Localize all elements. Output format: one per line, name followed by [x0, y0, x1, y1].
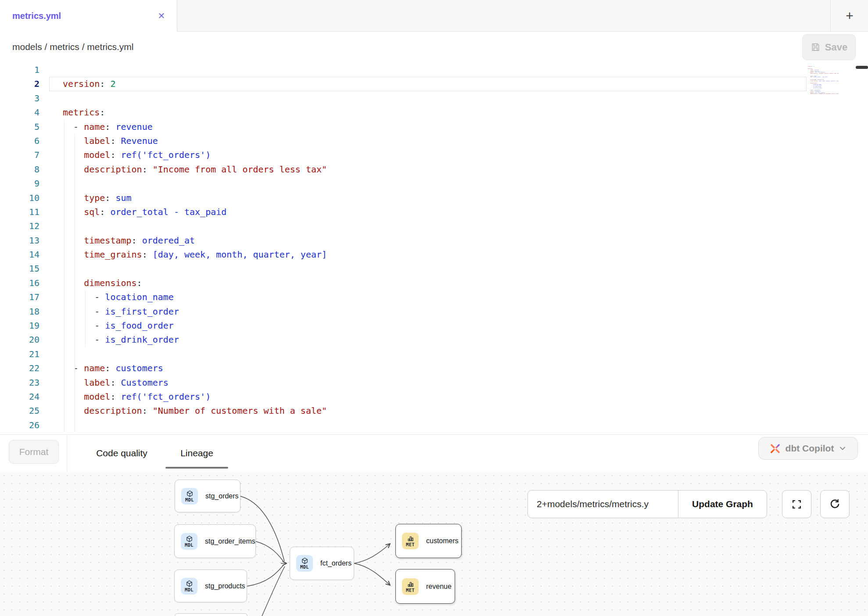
line-number: 22 — [0, 361, 39, 375]
node-label: stg_products — [205, 582, 245, 590]
node-stg-products[interactable]: MDL stg_products — [174, 569, 247, 602]
toolbar-divider — [67, 435, 67, 472]
line-number: 8 — [0, 162, 39, 176]
refresh-button[interactable] — [820, 490, 850, 518]
line-number: 15 — [0, 261, 39, 276]
tab-label: metrics.yml — [12, 11, 61, 21]
minimap[interactable]: version: 2metrics: - name: revenue label… — [808, 64, 839, 117]
code-line-24[interactable]: 24 model: ref('fct_orders') — [0, 390, 868, 404]
code-line-8[interactable]: 8 description: "Income from all orders l… — [0, 162, 868, 176]
code-line-19[interactable]: 19 - is_food_order — [0, 319, 868, 333]
line-number: 9 — [0, 176, 39, 190]
fullscreen-icon — [791, 499, 802, 510]
line-number: 14 — [0, 247, 39, 261]
scrollbar-handle[interactable] — [856, 66, 868, 69]
model-badge: MDL — [181, 488, 198, 505]
code-line-20[interactable]: 20 - is_drink_order — [0, 333, 868, 347]
node-label: stg_orders — [205, 492, 239, 500]
code-line-17[interactable]: 17 - location_name — [0, 290, 868, 304]
line-number: 2 — [0, 77, 39, 91]
code-line-16[interactable]: 16 dimensions: — [0, 276, 868, 290]
code-line-1[interactable]: 1 — [0, 63, 868, 77]
cube-icon — [186, 535, 193, 543]
code-line-26[interactable]: 26 — [0, 418, 868, 432]
code-line-3[interactable]: 3 — [0, 91, 868, 105]
code-line-13[interactable]: 13 timestamp: ordered_at — [0, 233, 868, 247]
refresh-icon — [829, 498, 841, 510]
node-label: fct_orders — [320, 559, 352, 567]
tab-lineage[interactable]: Lineage — [165, 435, 228, 472]
tab-code-quality[interactable]: Code quality — [90, 435, 154, 472]
line-number: 18 — [0, 304, 39, 319]
line-number: 1 — [0, 63, 39, 77]
code-line-7[interactable]: 7 model: ref('fct_orders') — [0, 148, 868, 162]
fullscreen-button[interactable] — [782, 490, 811, 518]
tab-bar: metrics.yml ✕ + — [0, 0, 868, 32]
save-label: Save — [825, 42, 847, 53]
lineage-canvas[interactable]: MDL stg_orders MDL stg_order_items MDL s… — [0, 472, 868, 616]
cube-icon — [186, 580, 193, 587]
code-line-22[interactable]: 22 - name: customers — [0, 361, 868, 375]
line-number: 12 — [0, 219, 39, 233]
node-customers[interactable]: MET customers — [395, 524, 462, 558]
save-icon — [811, 42, 821, 52]
line-number: 16 — [0, 276, 39, 290]
line-number: 10 — [0, 191, 39, 205]
line-number: 3 — [0, 91, 39, 105]
code-editor[interactable]: 12version: 234metrics:5 - name: revenue6… — [0, 63, 868, 434]
line-number: 7 — [0, 148, 39, 162]
line-number: 20 — [0, 333, 39, 347]
code-line-2[interactable]: 2version: 2 — [0, 77, 868, 91]
code-line-21[interactable]: 21 — [0, 347, 868, 361]
chevron-down-icon — [838, 444, 847, 453]
code-line-14[interactable]: 14 time_grains: [day, week, month, quart… — [0, 247, 868, 261]
line-number: 25 — [0, 404, 39, 418]
code-line-9[interactable]: 9 — [0, 176, 868, 190]
copilot-icon — [769, 443, 781, 455]
lineage-filter-input[interactable] — [528, 491, 678, 518]
lineage-controls: Update Graph — [527, 490, 767, 518]
line-number: 19 — [0, 319, 39, 333]
ide-window: metrics.yml ✕ + models / metrics / metri… — [0, 0, 868, 616]
update-graph-button[interactable]: Update Graph — [678, 491, 767, 518]
format-button[interactable]: Format — [9, 440, 59, 464]
code-line-5[interactable]: 5 - name: revenue — [0, 120, 868, 134]
line-number: 13 — [0, 233, 39, 247]
code-line-4[interactable]: 4metrics: — [0, 105, 868, 119]
code-line-11[interactable]: 11 sql: order_total - tax_paid — [0, 205, 868, 219]
line-number: 23 — [0, 376, 39, 390]
save-button[interactable]: Save — [802, 34, 856, 60]
line-number: 11 — [0, 205, 39, 219]
code-line-18[interactable]: 18 - is_first_order — [0, 304, 868, 319]
line-number: 4 — [0, 105, 39, 119]
bar-chart-icon — [407, 580, 414, 588]
node-fct-orders[interactable]: MDL fct_orders — [290, 547, 354, 580]
node-stg-orders[interactable]: MDL stg_orders — [175, 480, 240, 512]
metric-badge: MET — [402, 578, 419, 595]
code-line-23[interactable]: 23 label: Customers — [0, 376, 868, 390]
line-number: 26 — [0, 418, 39, 432]
metric-badge: MET — [402, 533, 419, 549]
partial-node[interactable] — [175, 613, 247, 616]
bar-chart-icon — [407, 535, 414, 542]
line-number: 5 — [0, 120, 39, 134]
model-badge: MDL — [296, 555, 313, 572]
code-line-25[interactable]: 25 description: "Number of customers wit… — [0, 404, 868, 418]
line-number: 17 — [0, 290, 39, 304]
node-revenue[interactable]: MET revenue — [395, 569, 455, 604]
tab-metrics-yml[interactable]: metrics.yml ✕ — [0, 0, 177, 32]
model-badge: MDL — [181, 533, 197, 550]
model-badge: MDL — [181, 578, 197, 595]
dbt-copilot-button[interactable]: dbt Copilot — [758, 437, 858, 460]
code-line-15[interactable]: 15 — [0, 261, 868, 276]
panel-toolbar: Format Code quality Lineage dbt Copilot — [0, 434, 868, 472]
node-label: stg_order_items — [205, 537, 255, 545]
node-label: customers — [426, 537, 459, 545]
new-tab-button[interactable]: + — [830, 0, 868, 31]
close-tab-icon[interactable]: ✕ — [153, 0, 170, 32]
breadcrumb: models / metrics / metrics.yml — [12, 32, 134, 62]
code-line-6[interactable]: 6 label: Revenue — [0, 134, 868, 148]
node-stg-order-items[interactable]: MDL stg_order_items — [174, 524, 256, 558]
code-line-10[interactable]: 10 type: sum — [0, 191, 868, 205]
code-line-12[interactable]: 12 — [0, 219, 868, 233]
